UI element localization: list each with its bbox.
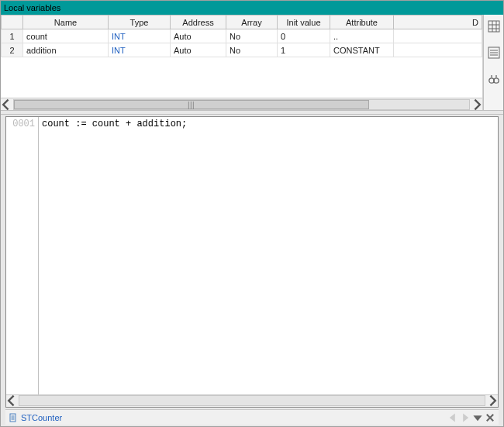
col-init[interactable]: Init value xyxy=(278,15,330,29)
chevron-left-icon xyxy=(1,98,13,111)
triangle-right-icon xyxy=(460,412,471,423)
cell-array[interactable]: No xyxy=(226,29,278,43)
cell-name[interactable]: count xyxy=(23,29,109,43)
table-row[interactable]: 2 addition INT Auto No 1 CONSTANT xyxy=(2,43,482,57)
scroll-right-button[interactable] xyxy=(470,99,482,110)
triangle-down-icon xyxy=(472,412,483,423)
cell-address[interactable]: Auto xyxy=(171,29,226,43)
tab-nav xyxy=(447,412,495,423)
chevron-right-icon xyxy=(470,98,482,111)
cell-type[interactable]: INT xyxy=(109,29,171,43)
table-row[interactable]: 1 count INT Auto No 0 .. xyxy=(2,29,482,43)
col-address[interactable]: Address xyxy=(171,15,226,29)
app-window: Local variables xyxy=(0,0,504,427)
col-name[interactable]: Name xyxy=(23,15,109,29)
cell-attribute[interactable]: CONSTANT xyxy=(330,43,394,57)
list-view-button[interactable] xyxy=(485,44,502,61)
svg-rect-0 xyxy=(488,21,499,32)
code-editor: 0001 count := count + addition; xyxy=(5,116,499,408)
variables-pane: Name Type Address Array Init value Attri… xyxy=(1,15,503,110)
col-trailing[interactable]: D xyxy=(394,15,482,29)
scroll-grip-icon: ǀǀǀ xyxy=(188,102,195,109)
col-attribute[interactable]: Attribute xyxy=(330,15,394,29)
binoculars-icon xyxy=(488,73,500,85)
grid-hscrollbar[interactable]: ǀǀǀ xyxy=(1,98,482,110)
tab-label: STCounter xyxy=(21,413,62,422)
horizontal-splitter[interactable] xyxy=(1,110,503,115)
cell-trailing[interactable] xyxy=(394,43,482,57)
scroll-thumb[interactable]: ǀǀǀ xyxy=(14,100,369,109)
cell-attribute[interactable]: .. xyxy=(330,29,394,43)
scroll-track[interactable] xyxy=(19,395,485,406)
chevron-right-icon xyxy=(485,394,498,407)
scroll-left-button[interactable] xyxy=(6,395,19,406)
triangle-left-icon xyxy=(447,412,458,423)
scroll-right-button[interactable] xyxy=(485,395,498,406)
variables-grid-area: Name Type Address Array Init value Attri… xyxy=(1,15,483,110)
grid-view-button[interactable] xyxy=(485,18,502,35)
close-icon xyxy=(485,412,495,423)
col-type[interactable]: Type xyxy=(109,15,171,29)
titlebar-text: Local variables xyxy=(4,3,60,12)
editor-code[interactable]: count := count + addition; xyxy=(39,117,498,394)
col-array[interactable]: Array xyxy=(226,15,278,29)
scroll-left-button[interactable] xyxy=(1,99,13,110)
grid-icon xyxy=(488,20,500,33)
editor-body[interactable]: 0001 count := count + addition; xyxy=(6,117,498,394)
line-number: 0001 xyxy=(6,119,35,129)
cell-rownum: 1 xyxy=(2,29,23,43)
chevron-left-icon xyxy=(6,394,19,407)
titlebar: Local variables xyxy=(1,1,503,15)
editor-gutter: 0001 xyxy=(6,117,39,394)
tab-stcounter[interactable]: STCounter xyxy=(9,413,62,422)
tab-close-button[interactable] xyxy=(485,412,495,423)
type-link[interactable]: INT xyxy=(112,46,126,55)
cell-type[interactable]: INT xyxy=(109,43,171,57)
side-toolbar xyxy=(483,15,503,110)
editor-hscrollbar[interactable] xyxy=(6,394,498,407)
scroll-track[interactable]: ǀǀǀ xyxy=(13,99,470,110)
cell-trailing[interactable] xyxy=(394,29,482,43)
tab-dropdown-button[interactable] xyxy=(472,412,483,423)
find-button[interactable] xyxy=(485,71,502,88)
cell-init[interactable]: 1 xyxy=(278,43,330,57)
cell-init[interactable]: 0 xyxy=(278,29,330,43)
tab-next-button[interactable] xyxy=(460,412,471,423)
document-icon xyxy=(9,413,18,422)
cell-address[interactable]: Auto xyxy=(171,43,226,57)
cell-rownum: 2 xyxy=(2,43,23,57)
variables-table-wrapper: Name Type Address Array Init value Attri… xyxy=(1,15,482,98)
statusbar: STCounter xyxy=(5,409,499,425)
cell-array[interactable]: No xyxy=(226,43,278,57)
variables-table: Name Type Address Array Init value Attri… xyxy=(1,15,482,57)
tab-prev-button[interactable] xyxy=(447,412,458,423)
code-line: count := count + addition; xyxy=(42,119,187,129)
col-rownum[interactable] xyxy=(2,15,23,29)
type-link[interactable]: INT xyxy=(112,32,126,41)
table-header-row: Name Type Address Array Init value Attri… xyxy=(2,15,482,29)
list-icon xyxy=(488,46,500,59)
cell-name[interactable]: addition xyxy=(23,43,109,57)
